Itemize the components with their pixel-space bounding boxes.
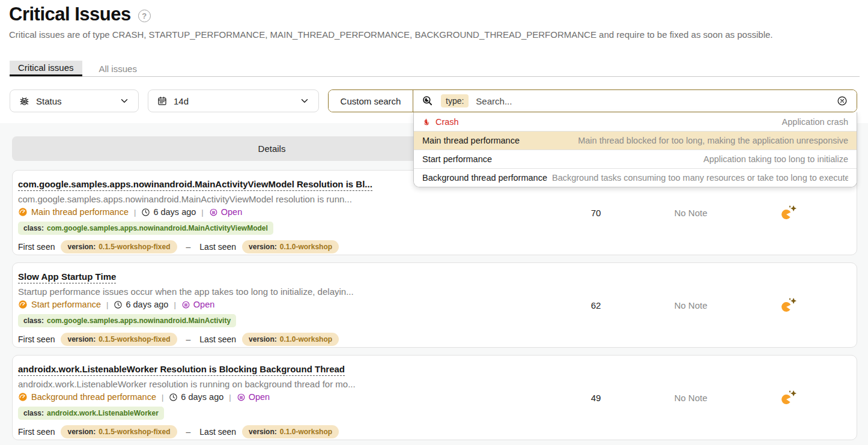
search-field-chip[interactable]: type: (441, 94, 469, 107)
issue-status-label: Open (193, 300, 214, 309)
search-suggestions-dropdown: Crash Application crash Main thread perf… (413, 112, 857, 187)
first-seen-version-chip: version: 0.1.5-workshop-fixed (61, 425, 177, 438)
clock-icon (169, 393, 178, 402)
first-seen-label: First seen (18, 335, 55, 344)
issue-age-label: 6 days ago (153, 207, 196, 217)
version-range-row: First seen version: 0.1.5-workshop-fixed… (18, 333, 526, 346)
issue-row[interactable]: androidx.work.ListenableWorker Resolutio… (12, 355, 857, 440)
version-range-row: First seen version: 0.1.5-workshop-fixed… (18, 240, 526, 253)
issue-age: 6 days ago (114, 300, 168, 309)
last-seen-label: Last seen (199, 242, 236, 252)
issue-meta-row: Main thread performance | 6 days ago | O… (18, 207, 526, 217)
issue-description: com.google.samples.apps.nowinandroid.Mai… (18, 194, 526, 204)
last-seen-label: Last seen (199, 335, 236, 344)
calendar-icon (157, 95, 168, 106)
critical-issues-page: Critical Issues ? Critical issues are of… (0, 0, 868, 445)
last-seen-version-chip: version: 0.1.0-workshop (242, 333, 339, 346)
issue-age: 6 days ago (141, 207, 196, 217)
issue-status-label: Open (221, 207, 242, 217)
suggestion-description: Main thread blocked for too long, making… (524, 136, 848, 145)
last-seen-label: Last seen (199, 427, 236, 437)
issue-status: Open (181, 300, 214, 309)
help-icon[interactable]: ? (138, 10, 151, 22)
class-chip: class: com.google.samples.apps.nowinandr… (18, 314, 236, 327)
last-seen-version-chip: version: 0.1.0-workshop (242, 240, 339, 253)
issue-status: Open (237, 392, 270, 402)
tab-bar: Critical issues All issues (10, 61, 860, 77)
issue-type: Main thread performance (18, 207, 129, 217)
bug-icon (19, 95, 30, 107)
status-open-icon (237, 393, 246, 402)
suggestion-start-performance[interactable]: Start performance Application taking too… (414, 150, 857, 168)
ai-insights-button[interactable] (780, 205, 798, 221)
clock-icon (114, 300, 123, 309)
suggestion-label: Background thread performance (422, 173, 547, 183)
gauge-icon (18, 300, 28, 309)
filter-row: Status 14d Custom search (10, 89, 857, 112)
issue-age-label: 6 days ago (126, 300, 168, 309)
issue-status: Open (209, 207, 242, 217)
page-title: Critical Issues (9, 4, 131, 25)
issue-type: Start performance (18, 300, 101, 309)
flame-icon (422, 117, 431, 127)
search-group: Custom search type: Search... (328, 89, 857, 112)
suggestion-description: Application taking too long to initializ… (497, 154, 848, 164)
status-open-icon (209, 208, 218, 217)
issue-type-label: Start performance (31, 300, 101, 309)
first-seen-version-chip: version: 0.1.5-workshop-fixed (61, 333, 177, 346)
issue-age-label: 6 days ago (181, 392, 223, 402)
status-open-icon (181, 300, 190, 309)
ai-insights-button[interactable] (780, 297, 798, 313)
issue-type: Background thread performance (18, 392, 156, 402)
tab-all-issues[interactable]: All issues (91, 61, 145, 76)
issue-type-label: Main thread performance (31, 207, 129, 217)
tab-critical-issues[interactable]: Critical issues (10, 61, 82, 76)
suggestion-main-thread-performance[interactable]: Main thread performance Main thread bloc… (414, 131, 857, 150)
version-range-row: First seen version: 0.1.5-workshop-fixed… (18, 425, 526, 438)
custom-search-button[interactable]: Custom search (329, 90, 413, 112)
suggestion-label: Start performance (422, 154, 492, 164)
issue-note: No Note (660, 263, 722, 347)
page-header: Critical Issues ? Critical issues are of… (9, 4, 772, 40)
suggestion-background-thread-performance[interactable]: Background thread performance Background… (414, 168, 857, 187)
gauge-icon (18, 207, 28, 217)
suggestion-description: Application crash (464, 117, 848, 127)
issue-description: Startup performance issues occur when th… (18, 286, 526, 297)
class-chip: class: androidx.work.ListenableWorker (18, 407, 164, 420)
issue-status-label: Open (249, 392, 270, 402)
issue-description: androidx.work.ListenableWorker resolutio… (18, 379, 526, 389)
status-filter-dropdown[interactable]: Status (10, 89, 139, 112)
issue-title-link[interactable]: Slow App Startup Time (18, 271, 116, 283)
class-chip: class: com.google.samples.apps.nowinandr… (18, 222, 273, 235)
suggestion-crash[interactable]: Crash Application crash (414, 112, 857, 131)
issue-meta-row: Start performance | 6 days ago | Open (18, 300, 526, 309)
issue-details: androidx.work.ListenableWorker Resolutio… (13, 356, 532, 440)
suggestion-description: Background tasks consuming too many reso… (552, 173, 848, 183)
issue-score: 49 (532, 356, 660, 440)
issue-title-link[interactable]: com.google.samples.apps.nowinandroid.Mai… (18, 179, 372, 191)
gauge-icon (18, 392, 28, 402)
status-filter-label: Status (36, 96, 113, 106)
chevron-down-icon (299, 95, 310, 106)
date-range-dropdown[interactable]: 14d (148, 89, 319, 112)
ai-insights-button[interactable] (780, 390, 798, 406)
date-range-label: 14d (174, 96, 293, 106)
issue-title-link[interactable]: androidx.work.ListenableWorker Resolutio… (18, 364, 345, 376)
last-seen-version-chip: version: 0.1.0-workshop (242, 425, 339, 438)
first-seen-label: First seen (18, 242, 55, 252)
first-seen-label: First seen (18, 427, 55, 437)
suggestion-label: Main thread performance (422, 136, 520, 145)
issue-row[interactable]: Slow App Startup Time Startup performanc… (12, 262, 857, 348)
chevron-down-icon (119, 95, 130, 106)
clear-search-icon[interactable] (836, 95, 848, 107)
suggestion-label: Crash (436, 117, 459, 127)
issue-age: 6 days ago (169, 392, 223, 402)
search-input[interactable]: type: Search... (413, 90, 857, 112)
issue-meta-row: Background thread performance | 6 days a… (18, 392, 526, 402)
issue-score: 62 (532, 263, 660, 347)
clock-icon (141, 208, 150, 217)
issue-details: Slow App Startup Time Startup performanc… (13, 263, 532, 347)
search-icon (422, 95, 434, 107)
issue-note: No Note (660, 356, 722, 440)
first-seen-version-chip: version: 0.1.5-workshop-fixed (61, 240, 177, 253)
